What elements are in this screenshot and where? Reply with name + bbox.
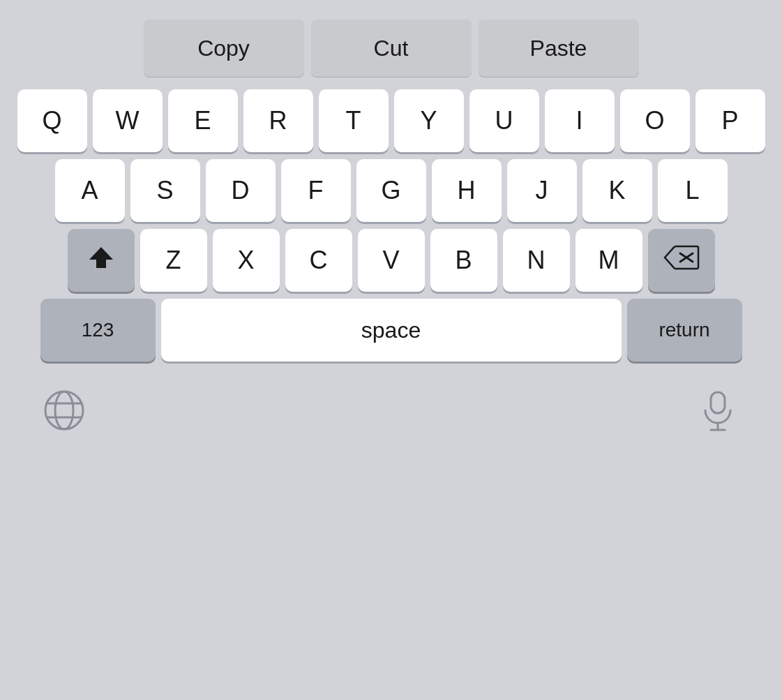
delete-button[interactable] <box>648 229 715 292</box>
key-a[interactable]: A <box>55 159 125 222</box>
key-l[interactable]: L <box>658 159 728 222</box>
key-b[interactable]: B <box>430 229 497 292</box>
key-f[interactable]: F <box>281 159 351 222</box>
return-button[interactable]: return <box>627 299 742 362</box>
key-s[interactable]: S <box>130 159 200 222</box>
key-r[interactable]: R <box>243 89 313 152</box>
space-button[interactable]: space <box>161 299 622 362</box>
key-row-3: Z X C V B N M <box>6 229 776 292</box>
key-t[interactable]: T <box>319 89 389 152</box>
key-j[interactable]: J <box>507 159 577 222</box>
cut-button[interactable]: Cut <box>311 20 472 77</box>
key-v[interactable]: V <box>358 229 425 292</box>
context-menu: Copy Cut Paste <box>144 20 639 77</box>
key-z[interactable]: Z <box>140 229 207 292</box>
key-e[interactable]: E <box>168 89 238 152</box>
key-g[interactable]: G <box>356 159 426 222</box>
key-u[interactable]: U <box>469 89 539 152</box>
globe-icon[interactable] <box>42 388 87 435</box>
key-o[interactable]: O <box>620 89 690 152</box>
key-i[interactable]: I <box>545 89 615 152</box>
key-y[interactable]: Y <box>394 89 464 152</box>
key-m[interactable]: M <box>576 229 642 292</box>
microphone-icon[interactable] <box>695 388 740 435</box>
svg-point-2 <box>45 392 83 429</box>
key-row-1: Q W E R T Y U I O P <box>6 89 776 152</box>
key-p[interactable]: P <box>695 89 765 152</box>
numbers-button[interactable]: 123 <box>40 299 156 362</box>
svg-rect-6 <box>711 392 725 413</box>
key-w[interactable]: W <box>93 89 163 152</box>
key-q[interactable]: Q <box>17 89 87 152</box>
copy-button[interactable]: Copy <box>144 20 304 77</box>
key-x[interactable]: X <box>213 229 280 292</box>
shift-icon <box>88 244 114 276</box>
key-d[interactable]: D <box>206 159 276 222</box>
paste-button[interactable]: Paste <box>479 20 639 77</box>
key-row-2: A S D F G H J K L <box>6 159 776 222</box>
shift-button[interactable] <box>68 229 135 292</box>
bottom-bar <box>0 374 782 449</box>
key-n[interactable]: N <box>503 229 570 292</box>
key-c[interactable]: C <box>285 229 352 292</box>
keyboard: Q W E R T Y U I O P A S D F G H J K L Z … <box>0 89 782 368</box>
delete-icon <box>663 244 700 276</box>
key-h[interactable]: H <box>432 159 502 222</box>
key-k[interactable]: K <box>582 159 652 222</box>
svg-point-3 <box>55 392 73 429</box>
key-row-bottom: 123 space return <box>6 299 776 362</box>
